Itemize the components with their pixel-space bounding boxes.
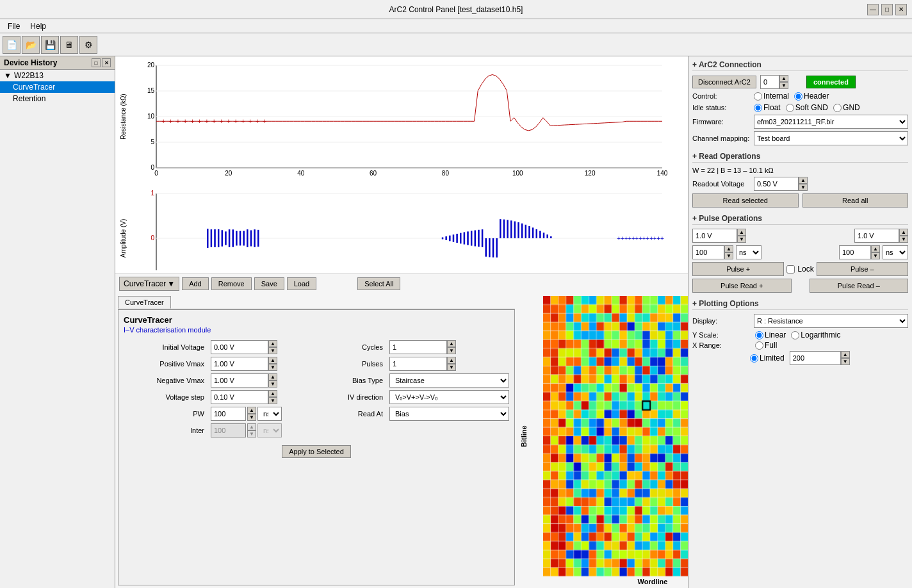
full-radio-label[interactable]: Full: [755, 341, 777, 350]
pos-vmax-field[interactable]: ▲▼: [211, 357, 330, 371]
neg-vmax-down[interactable]: ▼: [268, 380, 277, 388]
logarithmic-radio[interactable]: [791, 331, 799, 339]
firmware-select[interactable]: efm03_20211211_RF.bir: [754, 115, 908, 129]
header-radio[interactable]: [794, 92, 802, 101]
pulse-v2-field[interactable]: ▲▼: [854, 229, 908, 243]
pos-vmax-down[interactable]: ▼: [268, 364, 277, 371]
new-icon[interactable]: 📄: [3, 36, 20, 54]
limited-up[interactable]: ▲: [841, 351, 850, 358]
close-button[interactable]: ✕: [895, 4, 907, 15]
cycles-down[interactable]: ▼: [447, 347, 456, 354]
pulse-v1-up[interactable]: ▲: [737, 229, 746, 236]
select-all-button[interactable]: Select All: [357, 277, 400, 290]
module-dropdown[interactable]: CurveTracer ▼: [119, 277, 179, 291]
voltage-step-input[interactable]: [211, 390, 268, 404]
read-selected-button[interactable]: Read selected: [692, 193, 799, 208]
soft-gnd-radio-label[interactable]: Soft GND: [786, 103, 828, 112]
pulse-t1-down[interactable]: ▼: [724, 252, 733, 259]
initial-voltage-down[interactable]: ▼: [268, 347, 277, 354]
pulse-v2-up[interactable]: ▲: [899, 229, 908, 236]
pulses-up[interactable]: ▲: [447, 357, 456, 364]
pulse-t2-up[interactable]: ▲: [871, 245, 880, 252]
pulse-v1-down[interactable]: ▼: [737, 236, 746, 243]
cycles-input[interactable]: [389, 340, 447, 354]
neg-vmax-field[interactable]: ▲▼: [211, 373, 330, 388]
save-button[interactable]: Save: [254, 277, 284, 290]
spinner-input[interactable]: [760, 75, 779, 89]
full-radio[interactable]: [755, 341, 763, 350]
neg-vmax-up[interactable]: ▲: [268, 373, 277, 380]
pulse-v2-input[interactable]: [854, 229, 899, 243]
pulse-t1-field[interactable]: ▲▼: [692, 245, 733, 259]
channel-mapping-select[interactable]: Test board: [754, 131, 908, 145]
pulse-v2-down[interactable]: ▼: [899, 236, 908, 243]
save-icon[interactable]: 💾: [41, 36, 59, 54]
pulse-t2-down[interactable]: ▼: [871, 252, 880, 259]
initial-voltage-field[interactable]: ▲▼: [211, 340, 330, 354]
cycles-field[interactable]: ▲▼: [389, 340, 509, 354]
linear-radio[interactable]: [755, 331, 763, 339]
pulse-t2-input[interactable]: [839, 245, 871, 259]
retention-tree-item[interactable]: Retention: [0, 93, 115, 104]
iv-direction-select[interactable]: V₀>V+>V->V₀ V₀>V->V+>V₀: [389, 390, 509, 404]
limited-radio[interactable]: [750, 354, 758, 363]
readout-voltage-field[interactable]: ▲▼: [754, 177, 808, 191]
readout-v-up[interactable]: ▲: [799, 177, 808, 184]
lock-checkbox[interactable]: [786, 265, 795, 274]
minimize-button[interactable]: —: [867, 4, 879, 15]
remove-button[interactable]: Remove: [211, 277, 252, 290]
file-menu[interactable]: File: [3, 20, 25, 32]
pw-down[interactable]: ▼: [247, 414, 256, 421]
limited-value-field[interactable]: ▲▼: [790, 351, 850, 365]
gnd-radio-label[interactable]: GND: [833, 103, 860, 112]
open-icon[interactable]: 📂: [22, 36, 40, 54]
linear-radio-label[interactable]: Linear: [755, 331, 786, 339]
initial-voltage-up[interactable]: ▲: [268, 340, 277, 347]
limited-value-input[interactable]: [790, 351, 841, 365]
logarithmic-radio-label[interactable]: Logarithmic: [791, 331, 840, 339]
pw-field[interactable]: ▲▼ nsμsms: [211, 407, 330, 421]
monitor-icon[interactable]: 🖥: [60, 36, 78, 54]
internal-radio[interactable]: [754, 92, 762, 101]
soft-gnd-radio[interactable]: [786, 104, 794, 112]
limited-down[interactable]: ▼: [841, 358, 850, 365]
gnd-radio[interactable]: [833, 104, 842, 112]
pulse-read-plus-button[interactable]: Pulse Read +: [692, 279, 792, 293]
settings-icon[interactable]: ⚙: [79, 36, 97, 54]
pulse-t2-field[interactable]: ▲▼: [839, 245, 880, 259]
maximize-button[interactable]: □: [881, 4, 893, 15]
display-select[interactable]: R : Resistance G : Conductance: [754, 314, 908, 328]
read-at-select[interactable]: BiasZeroNone: [389, 407, 509, 421]
curve-tracer-tab[interactable]: CurveTracer: [118, 296, 171, 309]
curve-tracer-tree-item[interactable]: CurveTracer: [0, 81, 115, 93]
pw-input[interactable]: [211, 407, 246, 421]
readout-v-down[interactable]: ▼: [799, 184, 808, 191]
pulses-field[interactable]: ▲▼: [389, 357, 509, 371]
limited-radio-label[interactable]: Limited: [750, 354, 785, 363]
apply-to-selected-button[interactable]: Apply to Selected: [282, 445, 351, 458]
add-button[interactable]: Add: [182, 277, 209, 290]
pw-up[interactable]: ▲: [247, 407, 256, 414]
voltage-step-field[interactable]: ▲▼: [211, 390, 330, 404]
cycles-up[interactable]: ▲: [447, 340, 456, 347]
connected-button[interactable]: connected: [806, 76, 856, 88]
pulse-t1-unit-select[interactable]: nsμsms: [736, 245, 761, 259]
header-radio-label[interactable]: Header: [794, 92, 829, 101]
bias-type-select[interactable]: Staircase Pulse Sawtooth: [389, 373, 509, 388]
heatmap-canvas[interactable]: [543, 296, 688, 576]
read-all-button[interactable]: Read all: [802, 193, 909, 208]
internal-radio-label[interactable]: Internal: [754, 92, 789, 101]
pulse-t2-unit-select[interactable]: nsμsms: [883, 245, 908, 259]
load-button[interactable]: Load: [287, 277, 316, 290]
panel-close-button[interactable]: ✕: [102, 58, 111, 67]
pos-vmax-up[interactable]: ▲: [268, 357, 277, 364]
neg-vmax-input[interactable]: [211, 373, 268, 388]
help-menu[interactable]: Help: [25, 20, 51, 32]
voltage-step-down[interactable]: ▼: [268, 397, 277, 404]
pulses-down[interactable]: ▼: [447, 364, 456, 371]
device-tree-item[interactable]: ▼ W22B13: [0, 70, 115, 81]
spinner-field[interactable]: ▲▼: [760, 75, 792, 89]
voltage-step-up[interactable]: ▲: [268, 390, 277, 397]
pulses-input[interactable]: [389, 357, 447, 371]
readout-voltage-input[interactable]: [754, 177, 799, 191]
